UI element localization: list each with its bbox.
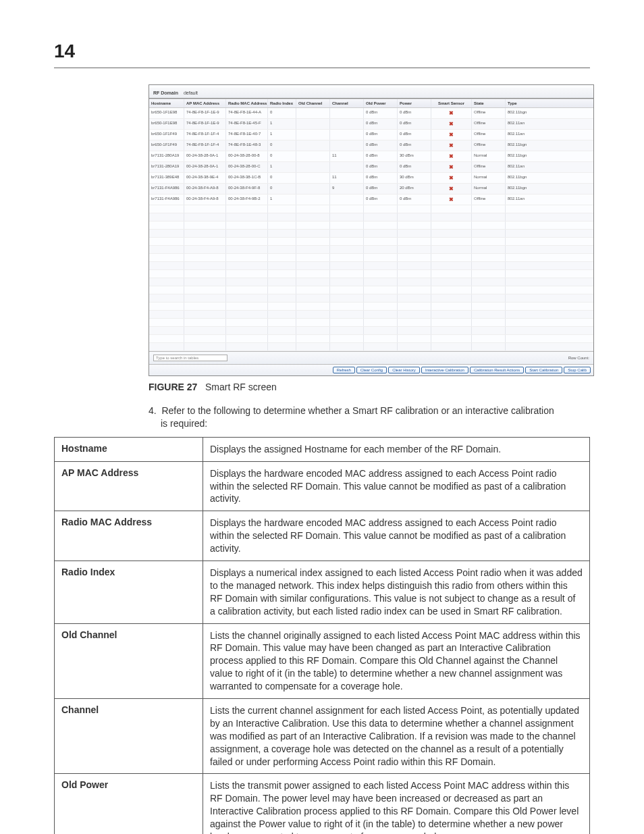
step-body: Refer to the following to determine whet…	[161, 405, 554, 429]
definition-desc: Lists the channel originally assigned to…	[203, 623, 590, 698]
definition-desc: Lists the transmit power assigned to eac…	[203, 774, 590, 834]
clear-config-button[interactable]: Clear Config	[356, 367, 387, 373]
cross-icon: ✖	[449, 121, 454, 127]
col-state[interactable]: State	[472, 99, 506, 107]
col-old-channel[interactable]: Old Channel	[296, 99, 330, 107]
header-rule	[54, 68, 590, 68]
table-row-empty	[149, 246, 593, 254]
interactive-calibration-button[interactable]: Interactive Calibration	[421, 367, 468, 373]
step-number: 4.	[149, 405, 157, 416]
col-hostname[interactable]: Hostname	[149, 99, 184, 107]
refresh-button[interactable]: Refresh	[333, 367, 355, 373]
rf-domain-value: default	[184, 90, 198, 95]
grid-body: br650-1F1E9874-8E-F8-1F-1E-974-8E-F8-1E-…	[149, 108, 593, 205]
rf-domain-label: RF Domain	[153, 90, 178, 95]
table-row-empty	[149, 270, 593, 278]
col-old-power[interactable]: Old Power	[364, 99, 398, 107]
definition-desc: Displays the assigned Hostname for each …	[203, 437, 590, 461]
col-type[interactable]: Type	[506, 99, 543, 107]
definition-term: Hostname	[55, 437, 203, 461]
table-row-empty	[149, 230, 593, 238]
cross-icon: ✖	[449, 110, 454, 116]
rf-domain-bar: RF Domain default	[149, 88, 593, 99]
table-row[interactable]: br7131-280A1900-24-38-28-0A-100-24-38-28…	[149, 151, 593, 162]
definition-row: Radio IndexDisplays a numerical index as…	[55, 561, 590, 624]
col-power[interactable]: Power	[398, 99, 431, 107]
table-row-empty	[149, 238, 593, 246]
definition-desc: Displays the hardware encoded MAC addres…	[203, 511, 590, 561]
smart-rf-screenshot: RF Domain default Hostname AP MAC Addres…	[149, 84, 594, 376]
table-row[interactable]: br650-1F1E9874-8E-F8-1F-1E-974-8E-F8-1E-…	[149, 119, 593, 130]
table-row-empty	[149, 254, 593, 262]
table-row[interactable]: br650-1F1F4974-8E-F8-1F-1F-474-8E-F8-1E-…	[149, 130, 593, 140]
step-text: 4. Refer to the following to determine w…	[149, 405, 563, 430]
cross-icon: ✖	[449, 142, 454, 149]
definition-row: Old ChannelLists the channel originally …	[55, 623, 590, 698]
table-row-empty	[149, 303, 593, 311]
grid-empty-area	[149, 205, 593, 351]
definition-desc: Displays the hardware encoded MAC addres…	[203, 461, 590, 511]
page-number: 14	[54, 41, 590, 62]
col-smart-sensor[interactable]: Smart Sensor	[431, 99, 472, 107]
cross-icon: ✖	[449, 132, 454, 138]
definition-row: ChannelLists the current channel assignm…	[55, 699, 590, 774]
figure-caption: FIGURE 27 Smart RF screen	[149, 382, 590, 392]
col-channel[interactable]: Channel	[330, 99, 364, 107]
button-row: RefreshClear ConfigClear HistoryInteract…	[149, 364, 593, 375]
cross-icon: ✖	[449, 164, 454, 170]
search-input[interactable]: Type to search in tables	[153, 355, 227, 361]
clear-history-button[interactable]: Clear History	[388, 367, 420, 373]
table-row-empty	[149, 327, 593, 335]
table-row-empty	[149, 319, 593, 327]
table-row-empty	[149, 262, 593, 270]
table-row-empty	[149, 286, 593, 294]
definition-term: Radio MAC Address	[55, 511, 203, 561]
table-row-empty	[149, 205, 593, 213]
definition-row: AP MAC AddressDisplays the hardware enco…	[55, 461, 590, 511]
row-count-label: Row Count:	[568, 356, 589, 360]
definition-desc: Displays a numerical index assigned to e…	[203, 561, 590, 624]
col-radio-index[interactable]: Radio Index	[268, 99, 296, 107]
definition-term: Old Power	[55, 774, 203, 834]
definition-row: Old PowerLists the transmit power assign…	[55, 774, 590, 834]
table-row[interactable]: br650-1F1E9874-8E-F8-1F-1E-974-8E-F8-1E-…	[149, 108, 593, 119]
start-calibration-button[interactable]: Start Calibration	[525, 367, 562, 373]
definition-desc: Lists the current channel assignment for…	[203, 699, 590, 774]
col-radio-mac[interactable]: Radio MAC Address	[226, 99, 268, 107]
cross-icon: ✖	[449, 153, 454, 159]
col-ap-mac[interactable]: AP MAC Address	[184, 99, 226, 107]
stop-calib-button[interactable]: Stop Calib	[564, 367, 591, 373]
table-row-empty	[149, 311, 593, 319]
cross-icon: ✖	[449, 186, 454, 192]
definition-term: Radio Index	[55, 561, 203, 624]
definition-term: Channel	[55, 699, 203, 774]
definition-term: AP MAC Address	[55, 461, 203, 511]
table-row-empty	[149, 278, 593, 286]
definition-term: Old Channel	[55, 623, 203, 698]
table-row-empty	[149, 221, 593, 230]
table-row-empty	[149, 335, 593, 343]
grid-footer: Type to search in tables Row Count:	[149, 351, 593, 364]
table-row-empty	[149, 343, 593, 351]
table-row-empty	[149, 294, 593, 303]
table-row[interactable]: br7131-280A1900-24-38-28-0A-100-24-38-28…	[149, 162, 593, 173]
cross-icon: ✖	[449, 175, 454, 181]
table-row-empty	[149, 213, 593, 221]
table-row[interactable]: br650-1F1F4974-8E-F8-1F-1F-474-8E-F8-1E-…	[149, 140, 593, 151]
definition-row: HostnameDisplays the assigned Hostname f…	[55, 437, 590, 461]
table-row[interactable]: br7131-F4A98600-24-38-F4-A9-800-24-38-F4…	[149, 194, 593, 205]
grid-header: Hostname AP MAC Address Radio MAC Addres…	[149, 99, 593, 108]
definition-row: Radio MAC AddressDisplays the hardware e…	[55, 511, 590, 561]
figure-label: FIGURE 27	[149, 382, 197, 392]
table-row[interactable]: br7131-F4A98600-24-38-F4-A9-800-24-38-F4…	[149, 184, 593, 194]
cross-icon: ✖	[449, 197, 454, 203]
table-row[interactable]: br7131-389E4800-24-38-38-9E-400-24-38-38…	[149, 173, 593, 184]
calibration-result-actions-button[interactable]: Calibration Result Actions	[470, 367, 524, 373]
figure-title: Smart RF screen	[205, 382, 277, 392]
definitions-table: HostnameDisplays the assigned Hostname f…	[54, 437, 590, 834]
